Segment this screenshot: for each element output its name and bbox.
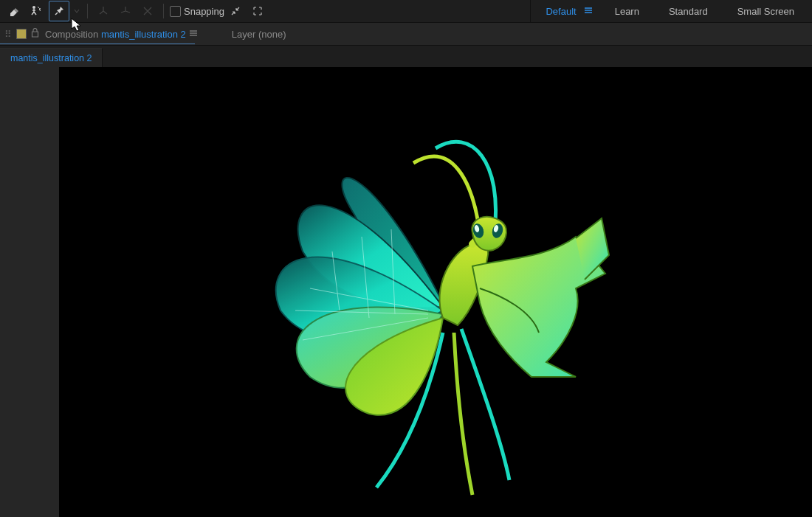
main-toolbar: Snapping Default Learn Standard Small Sc…: [0, 0, 812, 23]
composition-panel-header: ⠿ Composition mantis_illustration 2 Laye…: [0, 23, 812, 46]
workspace-small-screen-label: Small Screen: [737, 6, 794, 17]
composition-color-swatch[interactable]: [16, 29, 27, 39]
composition-label: Composition: [45, 29, 98, 40]
layer-panel-label[interactable]: Layer (none): [232, 29, 286, 40]
canvas-left-gutter: [0, 67, 59, 517]
menu-lines-icon: [189, 29, 198, 38]
eraser-tool-button[interactable]: [4, 1, 24, 21]
collapse-arrows-icon: [230, 6, 241, 16]
workspace-default-label: Default: [546, 6, 576, 17]
expand-corners-icon: [252, 6, 263, 16]
svg-point-2: [32, 6, 35, 9]
composition-name-link[interactable]: mantis_illustration 2: [101, 29, 186, 40]
lock-icon[interactable]: [31, 28, 39, 40]
workspace-learn-label: Learn: [615, 6, 639, 17]
mantis-illustration: [59, 67, 812, 517]
panel-menu-button[interactable]: [189, 29, 198, 40]
axis-view-icon: [142, 5, 154, 17]
chevron-down-icon: [74, 8, 80, 14]
snap-collapse-button[interactable]: [226, 1, 245, 21]
composition-tabbar: mantis_illustration 2: [0, 46, 812, 69]
workspace-default[interactable]: Default: [531, 0, 591, 22]
snap-expand-button[interactable]: [248, 1, 267, 21]
workspace-small-screen[interactable]: Small Screen: [723, 0, 809, 22]
snapping-toggle[interactable]: Snapping: [170, 6, 224, 17]
3d-local-axis-button[interactable]: [116, 1, 135, 21]
menu-lines-icon: [584, 6, 593, 15]
eraser-icon: [8, 5, 20, 17]
workspace-standard-label: Standard: [669, 6, 708, 17]
dropdown-caret[interactable]: [72, 1, 81, 21]
separator: [163, 4, 164, 18]
puppet-pin-icon: [30, 5, 42, 17]
composition-tab-label: mantis_illustration 2: [10, 53, 92, 63]
puppet-pin-tool-button[interactable]: [27, 1, 46, 21]
axis-icon: [97, 5, 109, 17]
checkbox-icon: [170, 6, 181, 17]
svg-point-3: [39, 8, 41, 10]
workspace-switcher: Default Learn Standard Small Screen: [530, 0, 809, 22]
pin-icon: [53, 5, 65, 17]
workspace-menu-button[interactable]: [584, 6, 593, 17]
separator: [87, 4, 88, 18]
workspace-standard[interactable]: Standard: [654, 0, 723, 22]
snapping-label: Snapping: [184, 6, 224, 17]
3d-axis-tool-button[interactable]: [94, 1, 113, 21]
axis-local-icon: [120, 5, 131, 17]
workspace-learn[interactable]: Learn: [600, 0, 654, 22]
panel-drag-dots-icon[interactable]: ⠿: [4, 29, 12, 40]
active-panel-underline: [0, 44, 195, 44]
composition-canvas[interactable]: [59, 67, 812, 517]
composition-tab-active[interactable]: mantis_illustration 2: [0, 48, 103, 68]
pin-tool-button[interactable]: [49, 1, 69, 21]
3d-view-axis-button[interactable]: [138, 1, 157, 21]
